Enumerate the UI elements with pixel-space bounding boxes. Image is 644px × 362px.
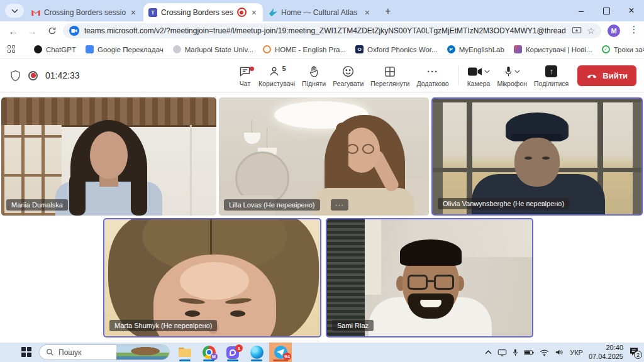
video-tile-mariia[interactable]: Mariia Dumalska [1,97,216,216]
bookmark-chatgpt[interactable]: ChatGPT [34,45,76,53]
participant-name-label: Marta Shumyk (Не перевірено) [109,320,217,331]
video-scene-decoration [185,310,200,317]
new-tab-button[interactable]: + [381,4,395,18]
profile-avatar[interactable]: M [608,25,620,37]
more-options-button[interactable]: ··· Додатково [414,64,450,87]
leave-button[interactable]: Вийти [577,65,636,86]
smiley-icon [341,65,355,78]
taskbar-chrome[interactable]: M [197,343,220,362]
tab-cultural-atlas[interactable]: Home — Cultural Atlas × [264,3,376,21]
chevron-down-icon[interactable] [514,70,520,74]
video-scene-decoration [434,275,454,290]
bookmark-star-icon[interactable]: ☆ [587,26,595,36]
tray-wifi-icon[interactable] [540,349,549,356]
restore-icon [603,8,610,14]
running-indicator [227,359,238,361]
video-tile-lilla[interactable]: Lilla Lovas (Не перевірено) ··· [219,97,429,216]
reload-button[interactable] [45,25,59,37]
bookmark-label: MyEnglishLab [459,46,504,53]
tab-close-icon[interactable]: × [364,8,371,17]
check-icon: ✓ [602,45,610,53]
install-app-icon[interactable] [572,26,582,35]
video-scene-decoration [336,123,348,180]
taskbar-edge[interactable] [245,343,268,362]
tab-gmail[interactable]: Crossing Borders session 3 - ma × [26,3,142,21]
url-omnibox[interactable]: teams.microsoft.com/v2/?meetingjoin=true… [63,23,601,38]
apps-grid-icon[interactable] [8,45,15,53]
viber-badge: 1 [235,344,243,352]
search-placeholder: Пошук [58,348,112,357]
video-scene-decoration [90,131,128,179]
button-label: Додатково [416,80,448,87]
chat-button[interactable]: Чат [236,64,253,87]
chevron-up-icon [485,350,492,354]
taskbar-telegram[interactable]: 94 [269,343,292,362]
view-button[interactable]: Переглянути [369,64,411,87]
language-indicator[interactable]: УКР [570,349,583,356]
bookmark-users[interactable]: Користувачі | Нові... [514,45,592,53]
tab-close-icon[interactable]: × [130,8,137,17]
cultural-atlas-icon [269,8,277,16]
microphone-button[interactable]: Мікрофон [495,64,529,87]
participant-name-label: Sami Riaz [332,320,374,331]
oxford-icon: O [355,45,364,53]
forward-button[interactable]: → [25,25,39,37]
leave-label: Вийти [602,71,628,80]
google-translate-icon [86,45,94,53]
gmail-icon [31,9,40,16]
bookmark-oxford-phonics[interactable]: O Oxford Phonics Wor... [355,45,438,53]
taskbar-viber[interactable]: 1 [221,343,244,362]
taskbar-clock[interactable]: 20:40 07.04.2025 [589,344,623,361]
tab-search-button[interactable] [5,4,24,18]
video-tile-sami[interactable]: Sami Riaz [326,218,533,337]
video-scene-decoration [433,99,641,214]
search-highlight-image[interactable] [116,345,170,359]
bookmark-label: ChatGPT [46,46,76,53]
video-tile-olivia[interactable]: Olivia Vanwynsberghe (Не перевірено) [431,97,643,216]
tray-volume-icon[interactable] [555,348,564,356]
video-scene-decoration [408,275,428,290]
bookmark-english-practice[interactable]: HOME - English Pra... [263,45,346,53]
button-label: Камера [467,80,491,87]
tab-close-icon[interactable]: × [250,8,258,17]
share-button[interactable]: ↑ Поділитися [532,64,570,87]
participant-menu-button[interactable]: ··· [331,199,348,211]
video-scene-decoration [131,174,147,216]
shield-icon [10,70,21,82]
bookmark-mariupol-university[interactable]: Mariupol State Univ... [173,45,253,53]
site-icon [263,45,271,53]
video-scene-decoration [362,144,374,154]
camera-button[interactable]: Камера [465,64,492,87]
video-scene-decoration [313,188,414,216]
window-minimize-button[interactable]: – [569,0,594,21]
bookmark-wait-page[interactable]: ✓ Трохи зачекайте... [602,45,644,53]
bookmark-myenglishlab[interactable]: P MyEnglishLab [447,45,504,53]
taskbar-file-explorer[interactable] [174,343,196,362]
tray-expand-button[interactable] [485,350,492,354]
react-button[interactable]: Реагувати [331,64,365,87]
start-button[interactable] [21,347,32,358]
people-button[interactable]: 5 Користувачі [257,64,297,87]
tray-display-icon[interactable] [497,349,507,356]
bookmark-label: Mariupol State Univ... [185,46,253,53]
tray-battery-icon[interactable] [524,349,534,356]
bookmark-google-translate[interactable]: Google Перекладач [86,45,164,53]
video-tile-marta[interactable]: Marta Shumyk (Не перевірено) [103,218,321,337]
window-close-button[interactable]: × [619,0,644,21]
video-scene-decoration [190,125,192,216]
meeting-timer: 01:42:33 [45,70,80,80]
edge-icon [250,346,264,359]
tray-microphone-icon[interactable] [513,348,518,357]
tab-teams-meeting[interactable]: T Crossing Borders session 3 | × [143,3,263,21]
chevron-down-icon[interactable] [484,70,490,74]
browser-menu-button[interactable]: ⋮ [629,24,639,35]
button-label: Мікрофон [497,80,527,87]
window-restore-button[interactable] [594,0,619,21]
taskbar-search[interactable]: Пошук [39,344,170,360]
divider [458,66,458,85]
pearson-icon: P [447,45,455,53]
bookmark-label: Користувачі | Нові... [526,46,592,53]
raise-hand-button[interactable]: Підняти [300,64,328,87]
back-button[interactable]: ← [6,25,20,37]
notification-center-button[interactable]: 2 [629,347,640,358]
